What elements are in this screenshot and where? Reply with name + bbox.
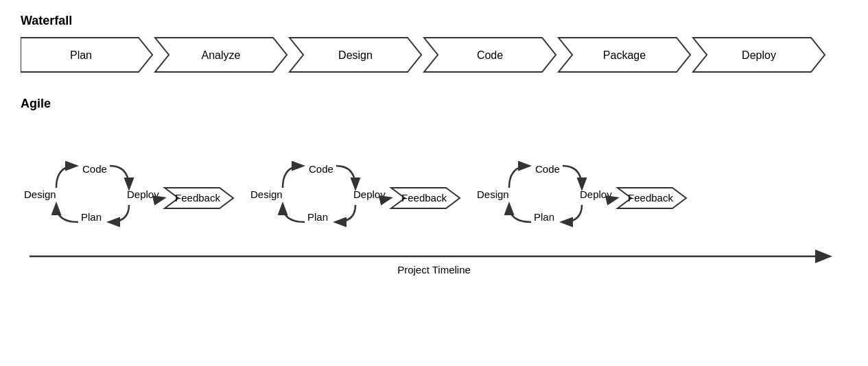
agile-title: Agile	[21, 97, 847, 111]
agile-c1-plan: Plan	[81, 211, 102, 223]
timeline-section: Project Timeline	[21, 249, 847, 276]
agile-section: Agile Design Code Deploy Plan Feedback D…	[21, 97, 847, 235]
svg-text:Package: Package	[603, 49, 646, 61]
agile-c3-design: Design	[477, 188, 509, 200]
agile-c1-design: Design	[24, 188, 56, 200]
svg-text:Feedback: Feedback	[401, 192, 447, 204]
waterfall-step-package: Package	[559, 38, 690, 72]
agile-c1-code: Code	[82, 163, 107, 175]
svg-text:Plan: Plan	[70, 49, 92, 61]
agile-c3-code: Code	[535, 163, 560, 175]
waterfall-title: Waterfall	[21, 14, 847, 28]
agile-c3-plan: Plan	[534, 211, 554, 223]
waterfall-step-code: Code	[424, 38, 556, 72]
waterfall-section: Waterfall Plan Analyze Design Code Packa…	[21, 14, 847, 76]
svg-text:Deploy: Deploy	[742, 49, 776, 61]
svg-text:Analyze: Analyze	[202, 49, 241, 61]
waterfall-step-plan: Plan	[21, 38, 152, 72]
agile-c2-code: Code	[309, 163, 333, 175]
timeline-label: Project Timeline	[397, 264, 471, 276]
agile-c3-deploy: Deploy	[580, 188, 612, 200]
waterfall-step-design: Design	[290, 38, 421, 72]
svg-text:Feedback: Feedback	[628, 192, 673, 204]
agile-c2-design: Design	[250, 188, 283, 200]
svg-text:Feedback: Feedback	[175, 192, 220, 204]
svg-text:Code: Code	[477, 49, 503, 61]
waterfall-diagram: Plan Analyze Design Code Package Deploy	[21, 36, 844, 73]
waterfall-step-analyze: Analyze	[155, 38, 287, 72]
agile-c2-deploy: Deploy	[353, 188, 386, 200]
timeline-arrow	[30, 249, 839, 264]
svg-text:Design: Design	[338, 49, 373, 61]
agile-diagram: Design Code Deploy Plan Feedback Design …	[21, 119, 844, 232]
agile-c1-deploy: Deploy	[127, 188, 159, 200]
waterfall-step-deploy: Deploy	[693, 38, 825, 72]
agile-c2-plan: Plan	[307, 211, 328, 223]
